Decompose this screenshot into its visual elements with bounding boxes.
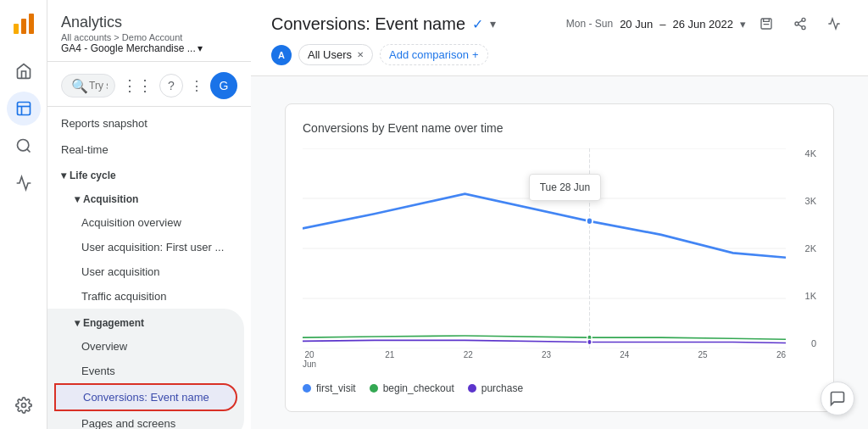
app-title: Analytics [61,14,237,31]
date-range-dropdown[interactable]: ▾ [740,18,746,31]
app-logo [7,7,41,41]
life-cycle-section[interactable]: ▾ Life cycle [47,163,251,188]
title-dropdown-icon[interactable]: ▾ [490,17,496,31]
add-comparison-button[interactable]: Add comparison + [380,44,488,65]
y-label-1k: 1K [805,291,816,301]
y-label-4k: 4K [805,148,816,159]
real-time-nav[interactable]: Real-time [47,136,244,163]
legend-dot-purchase [468,384,476,393]
search-icon: 🔍 [71,78,88,94]
svg-rect-2 [29,14,34,34]
svg-point-22 [587,218,593,226]
conversions-event-name-nav[interactable]: Conversions: Event name [54,383,237,411]
svg-point-8 [21,404,25,408]
svg-point-13 [802,26,805,30]
x-label-23: 23 [542,350,551,369]
svg-point-6 [17,140,28,151]
filter-chip-icon: A [271,45,292,65]
svg-line-7 [26,149,30,153]
legend-dot-first-visit [303,384,311,393]
y-label-0: 0 [811,338,816,348]
configure-nav-icon[interactable] [7,388,41,422]
date-range-label: Mon - Sun [566,18,613,30]
account-name[interactable]: GA4 - Google Merchandise ... ▾ [61,42,237,54]
share-icon[interactable] [787,10,814,37]
svg-line-15 [798,20,803,23]
events-nav[interactable]: Events [54,359,237,383]
legend-begin-checkout[interactable]: begin_checkout [370,382,454,394]
x-label-25: 25 [698,350,708,369]
reports-snapshot-nav[interactable]: Reports snapshot [47,110,244,136]
search-input[interactable] [61,74,115,98]
chart-title: Conversions by Event name over time [303,121,816,135]
x-label-24: 24 [620,350,629,369]
verified-icon: ✓ [472,16,483,32]
chat-bubble-button[interactable] [821,382,854,415]
acquisition-section[interactable]: ▾ Acquisition [54,188,251,210]
traffic-acquisition-nav[interactable]: Traffic acquisition [54,284,244,309]
save-report-icon[interactable] [753,10,780,37]
svg-rect-1 [21,19,26,34]
y-label-3k: 3K [805,196,816,206]
pages-and-screens-nav[interactable]: Pages and screens [54,411,237,429]
overview-nav[interactable]: Overview [54,334,237,359]
svg-point-12 [795,22,798,25]
legend-first-visit[interactable]: first_visit [303,382,356,394]
x-label-20jun: 20Jun [303,350,316,369]
x-label-26: 26 [776,350,786,369]
reports-nav-icon[interactable] [7,92,41,125]
svg-point-24 [587,339,592,344]
advertising-nav-icon[interactable] [7,166,41,200]
explore-nav-icon[interactable] [7,129,41,163]
account-path: All accounts > Demo Account [61,32,237,42]
home-nav-icon[interactable] [7,54,41,88]
page-title: Conversions: Event name [271,14,465,34]
engagement-section[interactable]: ▾ Engagement [54,312,244,334]
legend-purchase[interactable]: purchase [468,382,523,394]
svg-rect-3 [17,103,30,115]
svg-point-11 [802,18,805,21]
chart-area: 4K 3K 2K 1K 0 [303,148,816,369]
date-range-from: 20 Jun [620,18,653,31]
user-acquisition-nav[interactable]: User acquisition [54,259,244,284]
svg-rect-0 [14,24,19,34]
topbar-help-icon[interactable]: ? [159,74,183,98]
x-label-22: 22 [464,350,473,369]
chart-legend: first_visit begin_checkout purchase [303,376,816,394]
topbar-more-icon[interactable]: ⋮ [190,78,203,94]
acquisition-overview-nav[interactable]: Acquisition overview [54,210,244,235]
user-acquisition-first-nav[interactable]: User acquisition: First user ... [54,235,244,259]
topbar-apps-icon[interactable]: ⋮⋮ [122,76,153,95]
y-label-2k: 2K [805,243,816,254]
x-label-21: 21 [385,350,394,369]
insights-icon[interactable] [821,10,848,37]
all-users-filter[interactable]: All Users ✕ [298,44,373,65]
date-range-to: 26 Jun 2022 [672,18,733,31]
legend-dot-begin-checkout [370,384,378,393]
user-avatar[interactable]: G [210,72,237,99]
svg-line-14 [798,25,803,27]
